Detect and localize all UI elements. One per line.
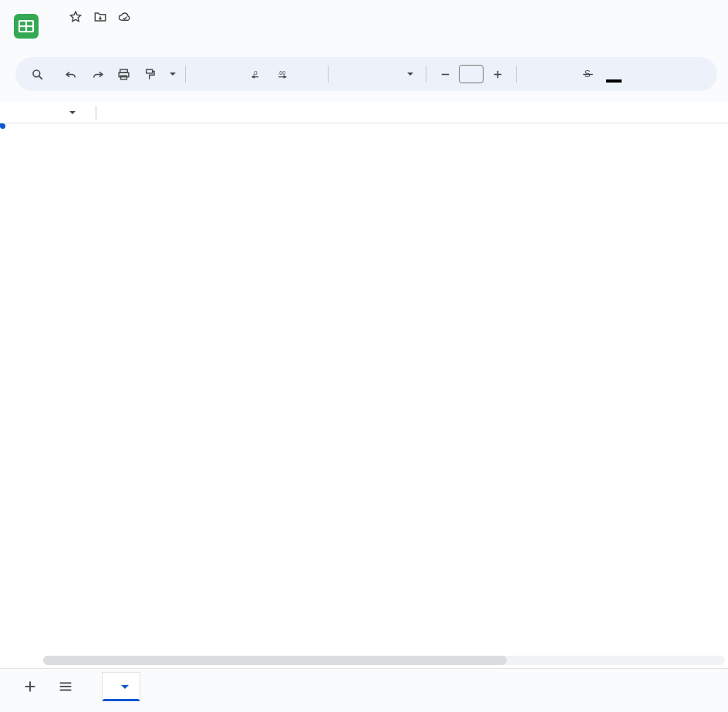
menu-format[interactable]	[110, 31, 124, 37]
chevron-down-icon	[121, 685, 129, 689]
print-icon[interactable]	[111, 62, 136, 86]
zoom-select[interactable]	[163, 73, 179, 76]
add-sheet-icon[interactable]	[15, 672, 45, 701]
scrollbar-thumb[interactable]	[43, 656, 507, 665]
increase-font-size-icon[interactable]	[485, 62, 510, 86]
chevron-down-icon	[69, 111, 76, 114]
undo-icon[interactable]	[59, 62, 83, 86]
menu-tools[interactable]	[141, 31, 155, 37]
horizontal-scrollbar[interactable]	[43, 656, 725, 665]
separator	[96, 106, 96, 120]
search-menus-icon[interactable]	[25, 62, 49, 86]
redo-icon[interactable]	[85, 62, 110, 86]
sheet-tab-active[interactable]	[102, 672, 140, 701]
all-sheets-icon[interactable]	[51, 672, 80, 701]
toolbar-separator	[516, 66, 517, 83]
active-cell-handle[interactable]	[0, 123, 5, 129]
bold-button[interactable]	[523, 62, 548, 86]
decrease-font-size-icon[interactable]	[433, 62, 457, 86]
toolbar: .0 .00 S	[15, 57, 717, 91]
chevron-down-icon	[407, 73, 413, 76]
svg-rect-8	[120, 76, 126, 79]
strikethrough-icon[interactable]: S	[575, 62, 600, 86]
italic-button[interactable]	[549, 62, 574, 86]
menu-data[interactable]	[126, 31, 140, 37]
font-size-input[interactable]	[459, 65, 484, 83]
svg-rect-9	[146, 69, 152, 73]
formula-input[interactable]	[110, 103, 728, 123]
format-currency-button[interactable]	[192, 62, 217, 86]
cloud-status-icon[interactable]	[117, 9, 133, 25]
app-header	[0, 0, 728, 52]
svg-text:.0: .0	[252, 69, 258, 76]
svg-line-5	[39, 76, 42, 79]
toolbar-separator	[185, 66, 186, 83]
grid-viewport[interactable]	[0, 123, 728, 668]
paint-format-icon[interactable]	[137, 62, 162, 86]
sheets-logo-wrap[interactable]	[0, 6, 52, 42]
menu-insert[interactable]	[95, 31, 109, 37]
menu-file[interactable]	[52, 31, 62, 37]
format-percent-button[interactable]	[218, 62, 243, 86]
name-box[interactable]	[0, 111, 83, 114]
chevron-down-icon	[170, 73, 176, 76]
sheet-tabs-bar	[0, 668, 728, 704]
active-cell-outline	[0, 123, 3, 127]
star-icon[interactable]	[68, 9, 83, 25]
svg-text:.00: .00	[278, 69, 285, 76]
menu-extensions[interactable]	[157, 31, 170, 37]
document-title[interactable]	[52, 16, 59, 18]
toolbar-separator	[328, 66, 329, 83]
move-to-folder-icon[interactable]	[93, 9, 108, 25]
menu-edit[interactable]	[64, 31, 78, 37]
menu-help[interactable]	[172, 31, 186, 37]
text-color-swatch	[606, 79, 622, 83]
formula-bar-row	[0, 102, 728, 123]
decrease-decimal-icon[interactable]: .0	[244, 62, 269, 86]
increase-decimal-icon[interactable]: .00	[271, 62, 295, 86]
sheets-logo-icon	[11, 11, 42, 42]
svg-point-4	[32, 69, 39, 76]
menu-bar	[52, 31, 728, 37]
font-family-select[interactable]	[335, 73, 420, 76]
toolbar-separator	[426, 66, 426, 83]
text-color-button[interactable]	[602, 62, 626, 86]
menu-view[interactable]	[79, 31, 93, 37]
